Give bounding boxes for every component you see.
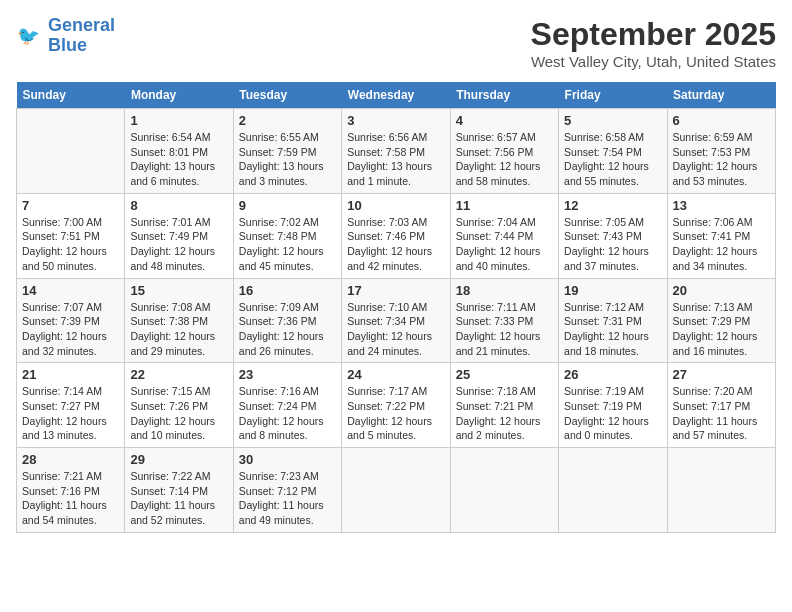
day-info: Sunrise: 7:13 AM Sunset: 7:29 PM Dayligh… bbox=[673, 300, 770, 359]
calendar-day-cell: 26Sunrise: 7:19 AM Sunset: 7:19 PM Dayli… bbox=[559, 363, 667, 448]
calendar-day-cell: 1Sunrise: 6:54 AM Sunset: 8:01 PM Daylig… bbox=[125, 109, 233, 194]
day-info: Sunrise: 7:17 AM Sunset: 7:22 PM Dayligh… bbox=[347, 384, 444, 443]
calendar-week-row: 28Sunrise: 7:21 AM Sunset: 7:16 PM Dayli… bbox=[17, 448, 776, 533]
day-number: 3 bbox=[347, 113, 444, 128]
calendar-day-cell: 18Sunrise: 7:11 AM Sunset: 7:33 PM Dayli… bbox=[450, 278, 558, 363]
day-number: 29 bbox=[130, 452, 227, 467]
day-of-week-header: Saturday bbox=[667, 82, 775, 109]
day-number: 25 bbox=[456, 367, 553, 382]
day-info: Sunrise: 7:05 AM Sunset: 7:43 PM Dayligh… bbox=[564, 215, 661, 274]
day-number: 2 bbox=[239, 113, 336, 128]
location-subtitle: West Valley City, Utah, United States bbox=[531, 53, 776, 70]
day-info: Sunrise: 7:11 AM Sunset: 7:33 PM Dayligh… bbox=[456, 300, 553, 359]
day-number: 13 bbox=[673, 198, 770, 213]
calendar-day-cell: 4Sunrise: 6:57 AM Sunset: 7:56 PM Daylig… bbox=[450, 109, 558, 194]
calendar-day-cell: 28Sunrise: 7:21 AM Sunset: 7:16 PM Dayli… bbox=[17, 448, 125, 533]
day-number: 15 bbox=[130, 283, 227, 298]
day-info: Sunrise: 6:58 AM Sunset: 7:54 PM Dayligh… bbox=[564, 130, 661, 189]
day-info: Sunrise: 6:56 AM Sunset: 7:58 PM Dayligh… bbox=[347, 130, 444, 189]
empty-cell bbox=[342, 448, 450, 533]
day-info: Sunrise: 6:59 AM Sunset: 7:53 PM Dayligh… bbox=[673, 130, 770, 189]
day-number: 20 bbox=[673, 283, 770, 298]
month-title: September 2025 bbox=[531, 16, 776, 53]
calendar-day-cell: 14Sunrise: 7:07 AM Sunset: 7:39 PM Dayli… bbox=[17, 278, 125, 363]
day-of-week-header: Monday bbox=[125, 82, 233, 109]
day-number: 12 bbox=[564, 198, 661, 213]
empty-cell bbox=[559, 448, 667, 533]
calendar-day-cell: 17Sunrise: 7:10 AM Sunset: 7:34 PM Dayli… bbox=[342, 278, 450, 363]
day-number: 14 bbox=[22, 283, 119, 298]
calendar-day-cell: 10Sunrise: 7:03 AM Sunset: 7:46 PM Dayli… bbox=[342, 193, 450, 278]
calendar-day-cell: 29Sunrise: 7:22 AM Sunset: 7:14 PM Dayli… bbox=[125, 448, 233, 533]
calendar-day-cell: 8Sunrise: 7:01 AM Sunset: 7:49 PM Daylig… bbox=[125, 193, 233, 278]
logo-blue: Blue bbox=[48, 35, 87, 55]
day-info: Sunrise: 7:04 AM Sunset: 7:44 PM Dayligh… bbox=[456, 215, 553, 274]
day-info: Sunrise: 7:03 AM Sunset: 7:46 PM Dayligh… bbox=[347, 215, 444, 274]
empty-cell bbox=[450, 448, 558, 533]
day-info: Sunrise: 6:55 AM Sunset: 7:59 PM Dayligh… bbox=[239, 130, 336, 189]
day-info: Sunrise: 7:15 AM Sunset: 7:26 PM Dayligh… bbox=[130, 384, 227, 443]
day-info: Sunrise: 7:22 AM Sunset: 7:14 PM Dayligh… bbox=[130, 469, 227, 528]
day-number: 27 bbox=[673, 367, 770, 382]
calendar-day-cell: 11Sunrise: 7:04 AM Sunset: 7:44 PM Dayli… bbox=[450, 193, 558, 278]
title-block: September 2025 West Valley City, Utah, U… bbox=[531, 16, 776, 70]
day-info: Sunrise: 7:08 AM Sunset: 7:38 PM Dayligh… bbox=[130, 300, 227, 359]
empty-cell bbox=[667, 448, 775, 533]
empty-cell bbox=[17, 109, 125, 194]
calendar-day-cell: 3Sunrise: 6:56 AM Sunset: 7:58 PM Daylig… bbox=[342, 109, 450, 194]
calendar-day-cell: 19Sunrise: 7:12 AM Sunset: 7:31 PM Dayli… bbox=[559, 278, 667, 363]
day-number: 26 bbox=[564, 367, 661, 382]
day-of-week-header: Wednesday bbox=[342, 82, 450, 109]
page-header: 🐦 General Blue September 2025 West Valle… bbox=[16, 16, 776, 70]
calendar-day-cell: 21Sunrise: 7:14 AM Sunset: 7:27 PM Dayli… bbox=[17, 363, 125, 448]
logo-icon: 🐦 bbox=[16, 22, 44, 50]
day-number: 24 bbox=[347, 367, 444, 382]
day-number: 4 bbox=[456, 113, 553, 128]
calendar-day-cell: 12Sunrise: 7:05 AM Sunset: 7:43 PM Dayli… bbox=[559, 193, 667, 278]
calendar-week-row: 1Sunrise: 6:54 AM Sunset: 8:01 PM Daylig… bbox=[17, 109, 776, 194]
calendar-day-cell: 15Sunrise: 7:08 AM Sunset: 7:38 PM Dayli… bbox=[125, 278, 233, 363]
calendar-day-cell: 27Sunrise: 7:20 AM Sunset: 7:17 PM Dayli… bbox=[667, 363, 775, 448]
calendar-day-cell: 20Sunrise: 7:13 AM Sunset: 7:29 PM Dayli… bbox=[667, 278, 775, 363]
day-info: Sunrise: 7:01 AM Sunset: 7:49 PM Dayligh… bbox=[130, 215, 227, 274]
svg-text:🐦: 🐦 bbox=[17, 24, 40, 46]
day-number: 23 bbox=[239, 367, 336, 382]
day-info: Sunrise: 7:16 AM Sunset: 7:24 PM Dayligh… bbox=[239, 384, 336, 443]
calendar-day-cell: 2Sunrise: 6:55 AM Sunset: 7:59 PM Daylig… bbox=[233, 109, 341, 194]
calendar-day-cell: 5Sunrise: 6:58 AM Sunset: 7:54 PM Daylig… bbox=[559, 109, 667, 194]
logo: 🐦 General Blue bbox=[16, 16, 115, 56]
day-number: 7 bbox=[22, 198, 119, 213]
day-info: Sunrise: 7:18 AM Sunset: 7:21 PM Dayligh… bbox=[456, 384, 553, 443]
day-number: 22 bbox=[130, 367, 227, 382]
day-info: Sunrise: 7:20 AM Sunset: 7:17 PM Dayligh… bbox=[673, 384, 770, 443]
logo-text: General Blue bbox=[48, 16, 115, 56]
day-info: Sunrise: 7:07 AM Sunset: 7:39 PM Dayligh… bbox=[22, 300, 119, 359]
day-info: Sunrise: 7:21 AM Sunset: 7:16 PM Dayligh… bbox=[22, 469, 119, 528]
calendar-day-cell: 22Sunrise: 7:15 AM Sunset: 7:26 PM Dayli… bbox=[125, 363, 233, 448]
calendar-day-cell: 16Sunrise: 7:09 AM Sunset: 7:36 PM Dayli… bbox=[233, 278, 341, 363]
day-number: 30 bbox=[239, 452, 336, 467]
day-number: 17 bbox=[347, 283, 444, 298]
calendar-day-cell: 23Sunrise: 7:16 AM Sunset: 7:24 PM Dayli… bbox=[233, 363, 341, 448]
calendar-table: SundayMondayTuesdayWednesdayThursdayFrid… bbox=[16, 82, 776, 533]
day-info: Sunrise: 7:12 AM Sunset: 7:31 PM Dayligh… bbox=[564, 300, 661, 359]
day-info: Sunrise: 7:23 AM Sunset: 7:12 PM Dayligh… bbox=[239, 469, 336, 528]
calendar-day-cell: 6Sunrise: 6:59 AM Sunset: 7:53 PM Daylig… bbox=[667, 109, 775, 194]
day-number: 18 bbox=[456, 283, 553, 298]
calendar-day-cell: 9Sunrise: 7:02 AM Sunset: 7:48 PM Daylig… bbox=[233, 193, 341, 278]
day-number: 8 bbox=[130, 198, 227, 213]
day-info: Sunrise: 7:09 AM Sunset: 7:36 PM Dayligh… bbox=[239, 300, 336, 359]
day-of-week-header: Friday bbox=[559, 82, 667, 109]
day-number: 10 bbox=[347, 198, 444, 213]
logo-general: General bbox=[48, 15, 115, 35]
day-of-week-header: Sunday bbox=[17, 82, 125, 109]
day-info: Sunrise: 7:00 AM Sunset: 7:51 PM Dayligh… bbox=[22, 215, 119, 274]
day-number: 9 bbox=[239, 198, 336, 213]
calendar-day-cell: 7Sunrise: 7:00 AM Sunset: 7:51 PM Daylig… bbox=[17, 193, 125, 278]
calendar-week-row: 21Sunrise: 7:14 AM Sunset: 7:27 PM Dayli… bbox=[17, 363, 776, 448]
day-info: Sunrise: 6:57 AM Sunset: 7:56 PM Dayligh… bbox=[456, 130, 553, 189]
calendar-week-row: 7Sunrise: 7:00 AM Sunset: 7:51 PM Daylig… bbox=[17, 193, 776, 278]
day-number: 5 bbox=[564, 113, 661, 128]
day-of-week-header: Thursday bbox=[450, 82, 558, 109]
day-info: Sunrise: 7:14 AM Sunset: 7:27 PM Dayligh… bbox=[22, 384, 119, 443]
